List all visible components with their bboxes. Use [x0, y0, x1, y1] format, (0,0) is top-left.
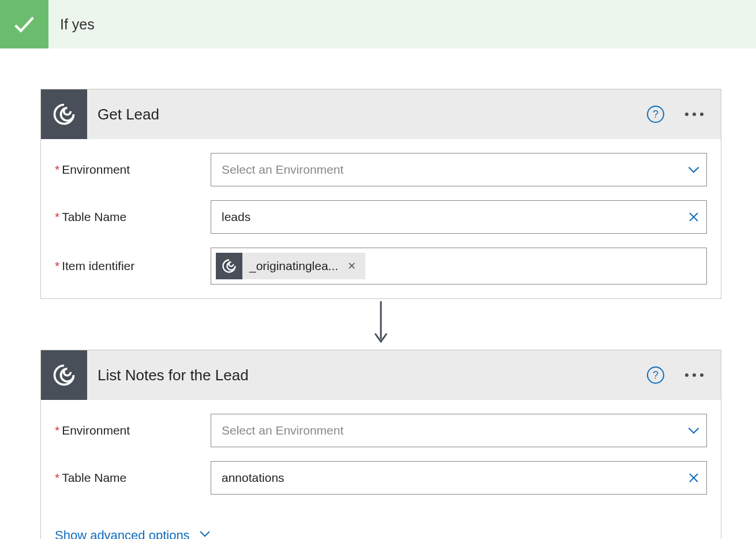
chevron-down-icon[interactable] [686, 162, 702, 177]
more-menu-button[interactable] [684, 108, 705, 121]
item-identifier-input[interactable]: _originatinglea... ✕ [211, 248, 707, 285]
checkmark-icon [0, 0, 48, 48]
field-label-item-identifier: *Item identifier [55, 259, 211, 273]
flow-arrow-connector [40, 299, 721, 350]
chevron-down-icon[interactable] [686, 423, 702, 438]
dataverse-icon [41, 89, 87, 139]
field-row-environment: *Environment Select an Environment [55, 414, 707, 447]
token-label: _originatinglea... [249, 259, 338, 273]
action-header-get-lead[interactable]: Get Lead ? [41, 89, 721, 139]
actions-column: Get Lead ? *Environment Select an Enviro… [40, 89, 721, 539]
clear-icon[interactable] [686, 471, 702, 485]
more-menu-button[interactable] [684, 369, 705, 381]
table-name-input[interactable]: leads [211, 200, 707, 234]
action-header-list-notes[interactable]: List Notes for the Lead ? [41, 350, 721, 400]
help-icon[interactable]: ? [647, 366, 664, 384]
environment-select[interactable]: Select an Environment [211, 414, 707, 447]
environment-placeholder: Select an Environment [222, 424, 343, 437]
field-row-item-identifier: *Item identifier _originatinglea... ✕ [55, 248, 707, 285]
action-title-list-notes: List Notes for the Lead [98, 366, 647, 384]
field-row-table-name: *Table Name annotations [55, 461, 707, 495]
field-label-environment: *Environment [55, 163, 211, 177]
environment-placeholder: Select an Environment [222, 163, 343, 177]
field-label-table-name: *Table Name [55, 210, 211, 224]
token-remove-icon[interactable]: ✕ [345, 257, 358, 275]
condition-yes-header[interactable]: If yes [0, 0, 756, 48]
dataverse-icon [216, 253, 242, 279]
help-icon[interactable]: ? [647, 106, 664, 123]
show-advanced-options-label: Show advanced options [55, 528, 190, 539]
action-body-list-notes: *Environment Select an Environment *Tabl… [41, 400, 721, 539]
environment-select[interactable]: Select an Environment [211, 153, 707, 186]
action-title-get-lead: Get Lead [98, 106, 647, 123]
table-name-value: annotations [222, 471, 686, 485]
condition-yes-title: If yes [48, 16, 95, 33]
action-card-get-lead: Get Lead ? *Environment Select an Enviro… [40, 89, 721, 299]
action-card-list-notes: List Notes for the Lead ? *Environment S… [40, 350, 721, 539]
dynamic-content-token[interactable]: _originatinglea... ✕ [216, 253, 365, 279]
field-row-environment: *Environment Select an Environment [55, 153, 707, 186]
clear-icon[interactable] [686, 210, 702, 224]
field-row-table-name: *Table Name leads [55, 200, 707, 234]
field-label-table-name: *Table Name [55, 471, 211, 485]
field-label-environment: *Environment [55, 424, 211, 437]
table-name-value: leads [222, 210, 686, 224]
action-body-get-lead: *Environment Select an Environment *Tabl… [41, 139, 721, 298]
table-name-input[interactable]: annotations [211, 461, 707, 495]
dataverse-icon [41, 350, 87, 400]
chevron-down-icon [198, 527, 212, 539]
show-advanced-options-link[interactable]: Show advanced options [55, 527, 212, 539]
